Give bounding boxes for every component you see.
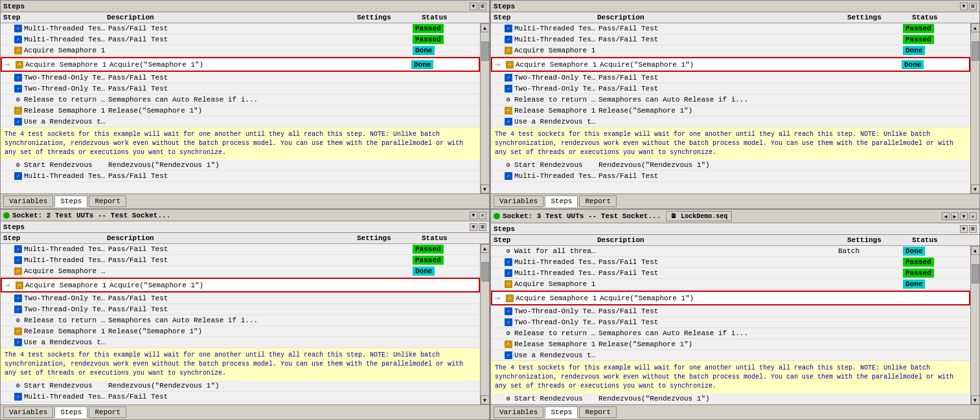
step-row[interactable]: ✓ Multi-Threaded Test 2 Pass/Fail Test P… <box>491 268 970 279</box>
step-row[interactable]: ⚙ Start Rendezvous Rendezvous("Rendezvou… <box>1 160 480 171</box>
scroll-thumb[interactable] <box>481 41 489 61</box>
step-row[interactable]: ✓ Multi-Threaded Test 3 Pass/Fail Test <box>1 171 480 182</box>
step-row-current[interactable]: ⇒ 🔒 Acquire Semaphore 1 Acquire("Semapho… <box>1 57 480 72</box>
seq-file-tab[interactable]: 🗎 LockDemo.seq <box>666 211 732 221</box>
tab-report[interactable]: Report <box>89 195 126 207</box>
dock-button[interactable]: ⊞ <box>969 3 977 10</box>
scroll-down[interactable]: ▼ <box>971 395 980 404</box>
float-button[interactable]: ▼ <box>470 212 477 219</box>
next-button[interactable]: ▶ <box>951 212 959 220</box>
close-button[interactable]: ✕ <box>969 212 977 220</box>
prev-button[interactable]: ◀ <box>942 212 950 220</box>
socket-status-dot <box>3 212 10 219</box>
step-row[interactable]: ✓ Use a Rendezvous to... <box>1 116 480 127</box>
pin-button[interactable]: ▼ <box>960 3 968 10</box>
dock-button[interactable]: ⊞ <box>479 223 486 231</box>
step-icon-blueq: ✓ <box>504 307 513 316</box>
step-row[interactable]: ✓ Multi-Threaded Test 1 Pass/Fail Test P… <box>491 23 970 34</box>
step-row[interactable]: ✓ Two-Thread-Only Test 1 Pass/Fail Test <box>491 72 970 83</box>
step-row[interactable]: ⚙ Release to return t... Semaphores can … <box>1 94 480 105</box>
scroll-down[interactable]: ▼ <box>481 395 490 404</box>
step-row[interactable]: 🔒 Release Semaphore 1 Release("Semaphore… <box>491 339 970 350</box>
tab-steps[interactable]: Steps <box>54 195 87 207</box>
scrollbar-v-tr[interactable]: ▲ ▼ <box>970 23 979 193</box>
tab-report[interactable]: Report <box>579 406 617 418</box>
step-row[interactable]: ⚙ Start Rendezvous Rendezvous("Rendezvou… <box>1 381 480 392</box>
step-row-current[interactable]: ⇒ 🔒 Acquire Semaphore 1 Acquire("Semapho… <box>1 278 480 293</box>
step-row[interactable]: ⚙ Start Rendezvous Rendezvous("Rendezvou… <box>491 393 970 404</box>
step-row[interactable]: 🔒 Release Semaphore 1 Release("Semaphore… <box>1 105 480 116</box>
step-row-current[interactable]: ⇒ 🔒 Acquire Semaphore 1 Acquire("Semapho… <box>491 57 970 72</box>
dock-button[interactable]: ⊞ <box>479 3 486 10</box>
step-name: Multi-Threaded Test 3 <box>24 172 108 180</box>
tab-report[interactable]: Report <box>89 406 126 418</box>
step-row[interactable]: ✓ Two-Thread-Only Test 2 Pass/Fail Test <box>491 317 970 328</box>
step-row[interactable]: 🔒 Release Semaphore 1 Release("Semaphore… <box>1 326 480 337</box>
step-row[interactable]: ✓ Multi-Threaded Test 1 Pass/Fail Test P… <box>491 257 970 268</box>
step-row[interactable]: ⚙ Wait for all thread... Batch Done <box>491 246 970 257</box>
scroll-up[interactable]: ▲ <box>971 246 980 255</box>
scrollbar-v-bl[interactable]: ▲ ▼ <box>480 244 489 404</box>
tab-steps[interactable]: Steps <box>54 406 87 418</box>
step-row[interactable]: ✓ Two-Thread-Only Test 1 Pass/Fail Test <box>1 293 480 304</box>
step-row[interactable]: ✓ Two-Thread-Only Test 1 Pass/Fail Test <box>491 306 970 317</box>
tab-variables[interactable]: Variables <box>494 406 543 418</box>
step-row[interactable]: 🔒 Acquire Semaphore 1 Done <box>491 45 970 56</box>
step-desc: Pass/Fail Test <box>108 74 348 82</box>
step-row[interactable]: ⚙ Release to return t... Semaphores can … <box>491 328 970 339</box>
step-desc: Acquire("Semaphore 1") <box>109 282 347 289</box>
pin-button[interactable]: ▼ <box>470 223 477 231</box>
tab-report[interactable]: Report <box>579 195 617 207</box>
step-row[interactable]: 🔒 Acquire Semaphore 1 Done <box>1 45 480 56</box>
step-row[interactable]: ✓ Two-Thread-Only Test 2 Pass/Fail Test <box>1 304 480 315</box>
tab-steps[interactable]: Steps <box>545 406 578 418</box>
close-button[interactable]: ✕ <box>479 212 486 219</box>
status-badge-done: Done <box>903 280 925 289</box>
scroll-down[interactable]: ▼ <box>971 184 980 193</box>
scrollbar-v-br[interactable]: ▲ ▼ <box>970 246 979 404</box>
tab-variables[interactable]: Variables <box>3 195 53 207</box>
step-row[interactable]: 🔒 Acquire Semaphore 1 Done <box>491 279 970 290</box>
step-row[interactable]: ✓ Multi-Threaded Test 2 Pass/Fail Test P… <box>1 34 480 45</box>
step-row[interactable]: ✓ Multi-Threaded Test 2 Pass/Fail Test P… <box>491 34 970 45</box>
steps-main-bl: ✓ Multi-Threaded Test 1 Pass/Fail Test P… <box>1 244 480 404</box>
scroll-up[interactable]: ▲ <box>481 244 490 253</box>
step-row[interactable]: ✓ Multi-Threaded Test 3 Pass/Fail Test <box>1 392 480 403</box>
scroll-thumb[interactable] <box>481 262 489 282</box>
pin-button[interactable]: ▼ <box>470 3 477 10</box>
step-row[interactable]: ⚙ Start Rendezvous Rendezvous("Rendezvou… <box>491 160 970 171</box>
tab-steps[interactable]: Steps <box>545 195 578 207</box>
scroll-thumb[interactable] <box>972 264 979 283</box>
step-row[interactable]: ✓ Two-Thread-Only Test 2 Pass/Fail Test <box>1 83 480 94</box>
float-button[interactable]: ▼ <box>960 212 968 220</box>
scroll-down[interactable]: ▼ <box>481 184 490 193</box>
panel-br-controls: ◀ ▶ ▼ ✕ <box>942 212 977 220</box>
scroll-up[interactable]: ▲ <box>481 23 490 32</box>
step-row[interactable]: ⚙ Release to return t... Semaphores can … <box>1 315 480 326</box>
scrollbar-v-tl[interactable]: ▲ ▼ <box>480 23 489 193</box>
step-row[interactable]: ✓ Two-Thread-Only Test 2 Pass/Fail Test <box>491 83 970 94</box>
step-icon-lock: 🔒 <box>14 267 23 276</box>
tab-variables[interactable]: Variables <box>3 406 53 418</box>
step-row[interactable]: ✓ Use a Rendezvous to... <box>491 116 970 127</box>
step-row-current[interactable]: ⇒ 🔒 Acquire Semaphore 1 Acquire("Semapho… <box>491 291 970 305</box>
step-name: Two-Thread-Only Test 1 <box>514 74 598 82</box>
step-row[interactable]: ✓ Multi-Threaded Test 1 Pass/Fail Test P… <box>1 23 480 34</box>
scroll-up[interactable]: ▲ <box>971 23 980 32</box>
step-row[interactable]: ✓ Multi-Threaded Test 1 Pass/Fail Test P… <box>1 244 480 255</box>
step-row[interactable]: ✓ Use a Rendezvous to... <box>1 337 480 348</box>
step-row[interactable]: ✓ Multi-Threaded Test 3 Pass/Fail Test <box>491 171 970 182</box>
step-row[interactable]: ✓ Use a Rendezvous to... <box>491 350 970 361</box>
step-row[interactable]: 🔒 Release Semaphore 1 Release("Semaphore… <box>491 105 970 116</box>
arrow-indicator: ⇒ <box>495 59 504 70</box>
tab-variables[interactable]: Variables <box>494 195 543 207</box>
step-icon-lock: 🔒 <box>504 46 513 55</box>
dock-button[interactable]: ⊞ <box>969 225 977 233</box>
pin-button[interactable]: ▼ <box>960 225 968 233</box>
scroll-thumb[interactable] <box>972 41 979 61</box>
step-row[interactable]: ✓ Multi-Threaded Test 2 Pass/Fail Test P… <box>1 255 480 266</box>
step-row[interactable]: ✓ Two-Thread-Only Test 1 Pass/Fail Test <box>1 72 480 83</box>
step-row[interactable]: ⚙ Release to return t... Semaphores can … <box>491 94 970 105</box>
step-icon-gear: ⚙ <box>504 247 513 256</box>
step-row[interactable]: 🔒 Acquire Semaphore 1... Done <box>1 266 480 277</box>
